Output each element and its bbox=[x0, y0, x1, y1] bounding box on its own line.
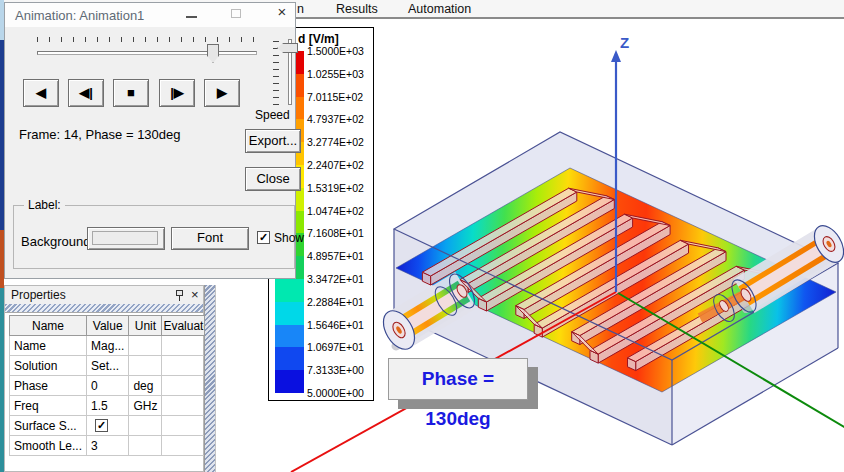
dialog-titlebar[interactable]: Animation: Animation1 × bbox=[5, 3, 295, 27]
surface-smoothing-checkbox[interactable]: ✓ bbox=[95, 419, 108, 432]
export-button[interactable]: Export... bbox=[245, 129, 301, 153]
slider-tick bbox=[273, 69, 279, 70]
property-value[interactable] bbox=[129, 416, 162, 436]
slider-tick bbox=[205, 37, 206, 42]
maximize-icon[interactable] bbox=[227, 3, 245, 25]
z-axis-label: Z bbox=[620, 34, 629, 51]
property-name: Solution bbox=[10, 356, 87, 376]
show-checkbox[interactable]: ✓ bbox=[257, 231, 270, 244]
play-forward-button[interactable]: ▶ bbox=[204, 79, 240, 107]
property-value[interactable]: 1.5 bbox=[87, 396, 129, 416]
slider-tick bbox=[217, 37, 218, 42]
menu-item-n[interactable]: n bbox=[297, 2, 304, 16]
minimize-icon[interactable] bbox=[182, 3, 200, 25]
application-window: Z nResultsAutomation Phase = 130deg d [V… bbox=[0, 0, 844, 472]
close-icon[interactable]: × bbox=[273, 3, 291, 25]
legend-value: 7.0115E+02 bbox=[307, 91, 373, 103]
slider-tick bbox=[273, 55, 279, 56]
property-name: Surface S... bbox=[10, 416, 87, 436]
animation-dialog: Animation: Animation1 × Speed ◀◀|■|▶▶ Fr… bbox=[4, 2, 296, 279]
slider-tick bbox=[273, 62, 279, 63]
property-row: NameMag... bbox=[10, 336, 212, 356]
speed-slider-thumb[interactable] bbox=[277, 43, 298, 53]
close-icon[interactable]: × bbox=[191, 287, 199, 302]
legend-value: 4.8957E+01 bbox=[307, 250, 373, 262]
slider-tick bbox=[73, 37, 74, 42]
slider-tick bbox=[49, 37, 50, 42]
phase-annotation-text: Phase = 130deg bbox=[422, 368, 494, 429]
column-header-value[interactable]: Value bbox=[87, 316, 129, 336]
slider-tick bbox=[61, 37, 62, 42]
property-value[interactable]: GHz bbox=[129, 396, 162, 416]
menu-item-automation[interactable]: Automation bbox=[408, 2, 471, 16]
property-value[interactable]: 0 bbox=[87, 376, 129, 396]
slider-tick bbox=[273, 104, 279, 105]
slider-tick bbox=[229, 37, 230, 42]
property-row: Freq1.5GHz bbox=[10, 396, 212, 416]
font-button[interactable]: Font bbox=[171, 227, 249, 250]
legend-band bbox=[275, 302, 304, 325]
properties-panel: Properties × NameValueUnitEvaluateNameMa… bbox=[4, 285, 204, 472]
property-value[interactable]: deg bbox=[129, 376, 162, 396]
properties-table: NameValueUnitEvaluateNameMag...SolutionS… bbox=[9, 315, 212, 456]
property-row: Phase0deg bbox=[10, 376, 212, 396]
legend-value: 2.2884E+01 bbox=[307, 296, 373, 308]
panel-gripper[interactable] bbox=[5, 304, 203, 312]
property-row: Surface S...✓ bbox=[10, 416, 212, 436]
frame-status-text: Frame: 14, Phase = 130deg bbox=[19, 127, 181, 142]
column-header-unit[interactable]: Unit bbox=[129, 316, 162, 336]
properties-panel-title: Properties bbox=[11, 288, 66, 302]
property-value[interactable] bbox=[129, 336, 162, 356]
legend-value: 1.0255E+03 bbox=[307, 68, 373, 80]
slider-tick bbox=[109, 37, 110, 42]
background-color-button[interactable] bbox=[87, 227, 165, 250]
slider-tick bbox=[85, 37, 86, 42]
label-groupbox-legend: Label: bbox=[24, 198, 65, 212]
property-value[interactable]: 3 bbox=[87, 436, 129, 456]
property-value[interactable] bbox=[129, 356, 162, 376]
dialog-title: Animation: Animation1 bbox=[15, 8, 144, 23]
stop-button[interactable]: ■ bbox=[113, 79, 149, 107]
legend-value: 4.7937E+02 bbox=[307, 113, 373, 125]
legend-value: 1.5319E+02 bbox=[307, 182, 373, 194]
column-header-name[interactable]: Name bbox=[10, 316, 87, 336]
legend-value: 7.3133E+00 bbox=[307, 364, 373, 376]
frame-slider-thumb[interactable] bbox=[207, 44, 219, 63]
legend-band bbox=[275, 347, 304, 370]
slider-tick bbox=[273, 90, 279, 91]
slider-tick bbox=[181, 37, 182, 42]
slider-tick bbox=[97, 37, 98, 42]
slider-tick bbox=[193, 37, 194, 42]
z-axis-arrow bbox=[611, 50, 621, 62]
background-color-swatch bbox=[92, 231, 158, 245]
play-reverse-button[interactable]: ◀ bbox=[23, 79, 59, 107]
slider-tick bbox=[37, 37, 38, 42]
legend-value: 3.2774E+02 bbox=[307, 136, 373, 148]
property-value[interactable]: ✓ bbox=[87, 416, 129, 436]
pin-icon[interactable] bbox=[175, 290, 184, 301]
slider-tick bbox=[241, 37, 242, 42]
close-button[interactable]: Close bbox=[245, 167, 301, 191]
panel-splitter[interactable] bbox=[204, 285, 216, 472]
property-value[interactable] bbox=[129, 436, 162, 456]
step-back-button[interactable]: ◀| bbox=[68, 79, 104, 107]
slider-tick bbox=[157, 37, 158, 42]
legend-band bbox=[275, 279, 304, 302]
properties-grid: NameValueUnitEvaluateNameMag...SolutionS… bbox=[5, 312, 203, 471]
property-row: SolutionSet... bbox=[10, 356, 212, 376]
slider-tick bbox=[273, 97, 279, 98]
background-label: Background: bbox=[21, 234, 94, 249]
step-forward-button[interactable]: |▶ bbox=[159, 79, 195, 107]
legend-band bbox=[275, 370, 304, 393]
property-name: Smooth Le... bbox=[10, 436, 87, 456]
property-name: Name bbox=[10, 336, 87, 356]
legend-value: 1.0697E+01 bbox=[307, 341, 373, 353]
legend-value: 3.3472E+01 bbox=[307, 273, 373, 285]
slider-tick bbox=[145, 37, 146, 42]
property-value[interactable]: Set... bbox=[87, 356, 129, 376]
speed-label: Speed bbox=[255, 108, 290, 122]
menu-item-results[interactable]: Results bbox=[336, 2, 378, 16]
legend-value: 1.5646E+01 bbox=[307, 319, 373, 331]
property-value[interactable]: Mag... bbox=[87, 336, 129, 356]
frame-slider-track[interactable] bbox=[37, 51, 257, 55]
